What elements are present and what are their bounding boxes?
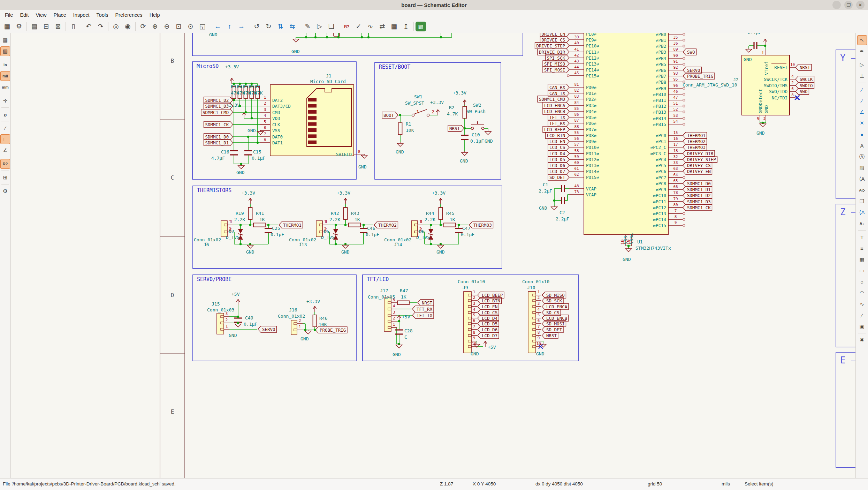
pin-number[interactable]: 36 (673, 41, 678, 46)
label-text[interactable]: DRIVEE_CS (542, 37, 565, 43)
resistor-symbol[interactable] (463, 106, 467, 118)
label-text[interactable]: LCD_CS (482, 310, 497, 315)
add-bus-icon[interactable]: ∕ (857, 96, 867, 106)
label-text[interactable]: LCD_D6 (549, 163, 565, 168)
menu-preferences[interactable]: Preferences (112, 11, 146, 19)
pin-number[interactable]: 9 (473, 336, 475, 340)
hierarchical-label[interactable]: SPI_MISO (543, 61, 569, 67)
label-text[interactable]: NRST (422, 300, 433, 306)
pin-number[interactable]: 7 (538, 324, 540, 329)
pin-number[interactable]: 1 (473, 290, 475, 294)
pin-name[interactable]: ⇄PC12 (653, 205, 666, 210)
pin-name[interactable]: ⇄PB12 (653, 104, 666, 109)
schematic-text[interactable]: R45 (446, 211, 454, 216)
capacitor-symbol[interactable] (230, 151, 238, 155)
power-symbol[interactable] (398, 315, 401, 321)
hierarchical-label[interactable]: LCD_BTN (546, 132, 570, 138)
pin-number[interactable]: 61 (574, 166, 579, 171)
pin-number[interactable]: 60 (574, 160, 579, 165)
line-free-angle-icon[interactable]: ∕ (0, 123, 10, 133)
pin-name[interactable]: ⇄PC14 (653, 217, 666, 222)
schematic-text[interactable]: R1 (406, 121, 411, 127)
pin-name[interactable]: PD4⇄ (586, 109, 597, 114)
label-text[interactable]: DRIVEY_EN (687, 169, 711, 174)
hierarchical-label[interactable]: SDMMC1_D0 (204, 134, 233, 140)
hierarchical-label[interactable]: CAN_RX (548, 84, 569, 90)
section-box[interactable]: E — D (836, 352, 855, 467)
resistor-symbol[interactable] (313, 315, 317, 327)
label-text[interactable]: THERMO1 (687, 133, 706, 138)
schematic-text[interactable]: C47 (462, 226, 470, 231)
pin-number[interactable]: 3 (264, 107, 266, 112)
pin-number[interactable]: 78 (673, 190, 678, 195)
power-symbol[interactable] (764, 39, 767, 45)
pin-number[interactable]: 8 (791, 93, 794, 97)
pin-name[interactable]: ⇄PC4 (656, 157, 666, 162)
hierarchical-label[interactable]: SWO (683, 49, 696, 55)
highlight-net-icon[interactable]: ✒ (857, 46, 867, 56)
pin-number[interactable]: 16 (673, 136, 678, 141)
pin-name[interactable]: VDD (272, 116, 280, 121)
pin-name[interactable]: PD8⇄ (586, 133, 597, 138)
schematic-text[interactable]: +5V (402, 314, 410, 319)
resistor-symbol[interactable] (344, 208, 348, 219)
zoom-objects-icon[interactable]: ⊙ (185, 21, 196, 32)
pin-name[interactable]: ⇄PC3_C (650, 151, 666, 156)
label-text[interactable]: NRST (800, 65, 810, 70)
resistor-symbol[interactable] (253, 223, 265, 227)
pin-number[interactable]: 1 (264, 95, 266, 100)
schematic-text[interactable]: Conn_01x05 (368, 294, 395, 300)
pin-name[interactable]: DAT1 (272, 140, 283, 145)
pin-number[interactable]: 48 (574, 184, 579, 188)
pin-number[interactable]: 5 (538, 313, 540, 317)
pin-number[interactable]: 9 (675, 220, 677, 225)
schematic-text[interactable]: 1 (761, 50, 764, 55)
hierarchical-label[interactable]: THERMO3 (683, 144, 707, 150)
schematic-text[interactable]: GNDDetect (758, 89, 763, 113)
pin-number[interactable]: 2 (473, 295, 475, 300)
schematic-text[interactable]: +3.3V (242, 190, 255, 196)
capacitor-symbol[interactable] (562, 185, 564, 192)
schematic-text[interactable]: VTref (764, 61, 769, 75)
plot-icon[interactable]: ⊠ (52, 21, 64, 32)
pin-name[interactable]: PD2⇄ (586, 97, 597, 102)
schematic-text[interactable]: R7 (254, 84, 260, 89)
pin-name[interactable]: ⇄PB2 (656, 44, 666, 49)
schematic-text[interactable]: GND (744, 57, 752, 62)
pin-number[interactable]: 34 (673, 33, 678, 34)
prev-sheet-icon[interactable]: ← (212, 21, 223, 32)
label-text[interactable]: PROBE_TRIG (320, 327, 346, 333)
pin-name[interactable]: NC/TDI (772, 95, 787, 100)
schematic-text[interactable]: R43 (351, 211, 359, 216)
pin-number[interactable]: 6 (791, 86, 794, 91)
pin-name[interactable]: SWDIO/TMS (764, 83, 787, 88)
schematic-text[interactable]: C49 (245, 315, 253, 321)
pin-name[interactable]: VSS (272, 128, 280, 133)
hierarchical-label[interactable]: NRST (448, 125, 464, 131)
pin-name[interactable]: PE14⇄ (586, 67, 599, 73)
schematic-text[interactable]: D5 (324, 229, 329, 234)
hierarchical-label[interactable]: SWO (795, 88, 809, 95)
schematic-text[interactable]: GND (300, 336, 309, 341)
add-rectangle-icon[interactable]: ▭ (857, 266, 867, 276)
hierarchical-label[interactable]: TFT_RX (412, 306, 434, 312)
pin-number[interactable]: 9 (358, 149, 360, 154)
hierarchical-label[interactable]: TFT_TX (412, 312, 434, 318)
crosshair-cursor-icon[interactable]: ✛ (0, 96, 10, 106)
add-sheet-icon[interactable]: ❐ (857, 196, 867, 206)
pin-number[interactable]: 57 (574, 142, 579, 147)
schematic-text[interactable]: +3.3V (306, 299, 320, 304)
hierarchical-label[interactable]: LCD_D6 (548, 162, 569, 168)
hierarchical-label[interactable]: SDMMC1_D3 (683, 198, 712, 205)
hierarchical-label[interactable]: DRIVEY_DIR (683, 150, 715, 157)
pin-name[interactable]: PD1⇄ (586, 91, 597, 96)
pin-name[interactable]: ⇄PC9 (656, 187, 666, 192)
schematic-text[interactable]: +3.3V (337, 190, 350, 196)
pin-number[interactable]: 43 (574, 59, 579, 63)
pin-name[interactable]: SWO/TDO (769, 89, 787, 94)
schematic-text[interactable]: GND (539, 205, 547, 211)
pin-number[interactable]: 82 (574, 88, 579, 93)
schematic-text[interactable]: SW1 (414, 94, 422, 99)
schematic-text[interactable]: 47K (254, 90, 263, 96)
pin-number[interactable]: 52 (673, 107, 678, 112)
